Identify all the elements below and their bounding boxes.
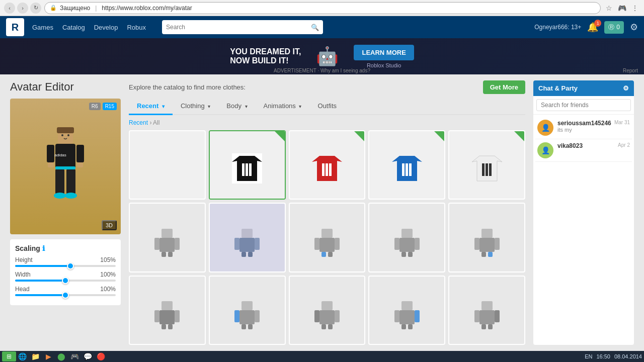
height-slider-thumb[interactable]	[67, 262, 74, 269]
svg-rect-75	[319, 310, 335, 324]
svg-rect-32	[162, 229, 173, 238]
list-item[interactable]: ROBLOX Boy Ri...	[448, 203, 525, 272]
nav-robux[interactable]: Robux	[127, 24, 146, 31]
tab-animations[interactable]: Animations ▾	[256, 98, 310, 115]
svg-rect-59	[495, 238, 500, 250]
nav-develop[interactable]: Develop	[94, 24, 118, 31]
address-bar[interactable]: 🔒 Защищено | https://www.roblox.com/my/a…	[44, 2, 601, 14]
svg-rect-26	[406, 163, 408, 176]
settings-icon[interactable]: ⚙	[630, 22, 638, 33]
svg-rect-6	[76, 145, 84, 162]
catalog-explore-text: Explore the catalog to find more clothes…	[129, 83, 246, 91]
tab-recent[interactable]: Recent ▾	[129, 98, 173, 115]
head-slider-thumb[interactable]	[62, 292, 69, 299]
list-item[interactable]: ROBLOX Boy Ri...	[368, 276, 445, 345]
selected-indicator	[514, 131, 524, 141]
nav-catalog[interactable]: Catalog	[62, 24, 85, 31]
list-item[interactable]: ROBLOX Boy Le...	[289, 203, 366, 272]
ad-label: ADVERTISEMENT · Why am I seeing ads?	[274, 68, 370, 73]
breadcrumb-parent[interactable]: Recent	[129, 119, 148, 126]
learn-more-button[interactable]: LEARN MORE	[354, 45, 414, 60]
list-item[interactable]: Blue adidas	[368, 130, 445, 200]
item-thumbnail	[449, 204, 524, 272]
notifications-icon[interactable]: 🔔 1	[587, 22, 598, 33]
start-button[interactable]: ⊞	[2, 351, 16, 361]
svg-rect-37	[168, 252, 173, 257]
width-label: Width	[15, 271, 31, 278]
3d-toggle-button[interactable]: 3D	[102, 220, 117, 230]
taskbar-time: 16:50	[596, 353, 610, 359]
nav-right: Ogneyar666: 13+ 🔔 1 Ⓡ 0 ⚙	[534, 21, 638, 34]
item-thumbnail	[449, 131, 524, 200]
chat-title: Chat & Party	[538, 84, 578, 92]
tab-clothing[interactable]: Clothing ▾	[173, 98, 218, 115]
taskbar-folder-icon[interactable]: 📁	[29, 351, 41, 361]
width-slider-thumb[interactable]	[62, 277, 69, 284]
list-item[interactable]: Man Left Arm	[289, 276, 366, 345]
svg-rect-66	[162, 324, 166, 329]
friend-message: its my	[557, 127, 610, 133]
forward-button[interactable]: ›	[17, 3, 28, 14]
chat-friend-item[interactable]: 👤 serioussam145246 its my Mar 31	[535, 117, 632, 139]
robux-icon: Ⓡ	[608, 23, 614, 32]
svg-rect-25	[402, 163, 405, 176]
list-item[interactable]: wHvtlPPkYg4 (1)	[129, 130, 206, 200]
scaling-head-row: Head 100%	[15, 286, 116, 296]
report-ad-link[interactable]: Report	[623, 68, 638, 73]
back-button[interactable]: ‹	[4, 3, 15, 14]
chat-search-input[interactable]	[536, 99, 631, 111]
list-item[interactable]: ROBLOX Boy To...	[129, 203, 206, 272]
search-icon[interactable]: 🔍	[311, 24, 319, 31]
width-slider-fill	[15, 280, 65, 282]
taskbar-steam-icon[interactable]: 🎮	[68, 351, 80, 361]
list-item[interactable]: Adidas white	[448, 130, 525, 200]
svg-point-4	[67, 134, 69, 136]
tab-body[interactable]: Body ▾	[218, 98, 255, 115]
svg-rect-73	[248, 324, 253, 329]
list-item[interactable]: Man Torso	[209, 203, 286, 272]
robux-button[interactable]: Ⓡ 0	[604, 21, 624, 34]
nav-links: Games Catalog Develop Robux	[32, 24, 146, 31]
chat-friend-item[interactable]: 👤 vika8023 Apr 2	[535, 139, 632, 162]
svg-rect-19	[249, 163, 252, 176]
tab-outfits[interactable]: Outfits	[309, 98, 345, 115]
svg-rect-21	[322, 163, 325, 176]
list-item[interactable]: Man Left Leg	[368, 203, 445, 272]
nav-games[interactable]: Games	[32, 24, 53, 31]
badge-r15[interactable]: R15	[103, 103, 117, 110]
list-item[interactable]: Man Right Leg	[129, 276, 206, 345]
roblox-ext-icon[interactable]: 🎮	[617, 3, 627, 13]
svg-rect-50	[401, 229, 413, 238]
list-item[interactable]: ROBLOX Boy Le...	[209, 276, 286, 345]
refresh-button[interactable]: ↻	[30, 3, 41, 14]
svg-rect-43	[248, 252, 253, 257]
taskbar-media-icon[interactable]: ▶	[42, 351, 54, 361]
get-more-button[interactable]: Get More	[483, 80, 525, 94]
item-thumbnail	[290, 204, 365, 272]
taskbar-ie-icon[interactable]: 🌐	[16, 351, 28, 361]
taskbar-discord-icon[interactable]: 💬	[82, 351, 94, 361]
svg-rect-82	[394, 310, 399, 322]
taskbar-roblox-icon[interactable]: 🔴	[95, 351, 107, 361]
roblox-studio-label: Roblox Studio	[367, 62, 401, 68]
svg-rect-56	[481, 229, 493, 238]
bookmark-icon[interactable]: ☆	[604, 3, 614, 13]
svg-rect-79	[328, 324, 333, 329]
svg-rect-77	[335, 310, 340, 322]
item-thumbnail	[369, 131, 444, 200]
svg-rect-78	[321, 324, 326, 329]
search-input[interactable]	[166, 24, 308, 31]
roblox-logo[interactable]: R	[6, 18, 24, 36]
scaling-info-icon[interactable]: ℹ	[42, 244, 45, 252]
list-item[interactable]: Man Right Arm	[448, 276, 525, 345]
svg-rect-52	[394, 238, 399, 250]
badge-r6[interactable]: R6	[89, 103, 101, 110]
taskbar: ⊞ 🌐 📁 ▶ ⬤ 🎮 💬 🔴 EN 16:50 08.04.2014	[0, 351, 644, 362]
svg-rect-34	[154, 238, 159, 250]
list-item[interactable]: wHvtlPPkYg4	[209, 130, 286, 200]
menu-icon[interactable]: ⋮	[630, 3, 640, 13]
list-item[interactable]: Red adidas	[289, 130, 366, 200]
chat-options-icon[interactable]: ⚙	[623, 84, 629, 92]
svg-rect-65	[175, 310, 180, 322]
taskbar-chrome-icon[interactable]: ⬤	[55, 351, 67, 361]
